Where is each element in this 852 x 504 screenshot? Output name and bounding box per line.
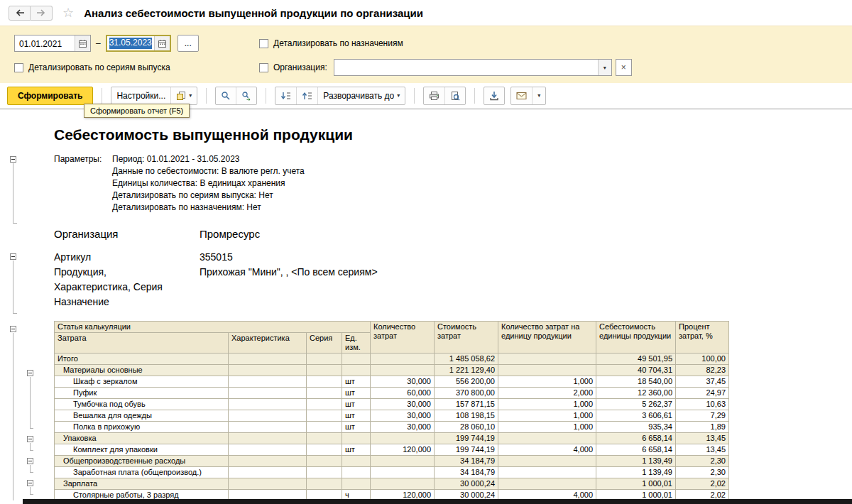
cell-unit-cost[interactable]: 1 000,01 bbox=[596, 478, 676, 490]
checkbox-detail-by-series[interactable]: Детализировать по сериям выпуска bbox=[14, 62, 170, 72]
cell-series[interactable] bbox=[307, 422, 342, 433]
cell-unit[interactable] bbox=[342, 456, 371, 467]
cell-unit-cost[interactable]: 6 658,14 bbox=[596, 433, 676, 444]
cell-expense[interactable]: Полка в прихожую bbox=[55, 422, 229, 433]
cell-expense[interactable]: Шкаф с зеркалом bbox=[55, 376, 229, 388]
checkbox-organization[interactable]: Организация: bbox=[259, 62, 327, 72]
cell-cost[interactable]: 28 060,10 bbox=[435, 422, 498, 433]
cell-qty[interactable]: 30,000 bbox=[371, 422, 435, 433]
cell-qty[interactable] bbox=[371, 456, 435, 467]
search-button[interactable] bbox=[216, 87, 236, 104]
cell-unit[interactable]: шт bbox=[342, 388, 371, 399]
collapse-group-overhead-icon[interactable] bbox=[27, 458, 33, 464]
cell-unit-cost[interactable]: 6 658,14 bbox=[596, 444, 676, 456]
cell-percent[interactable]: 1,89 bbox=[676, 422, 729, 433]
collapse-table-icon[interactable] bbox=[10, 326, 16, 332]
cell-series[interactable] bbox=[307, 456, 342, 467]
period-variants-button[interactable]: ... bbox=[178, 35, 199, 52]
cell-cost[interactable]: 556 200,00 bbox=[435, 376, 498, 388]
cell-series[interactable] bbox=[307, 399, 342, 410]
cell-unit[interactable]: шт bbox=[342, 444, 371, 456]
cell-percent[interactable]: 24,97 bbox=[676, 388, 729, 399]
save-report-button[interactable] bbox=[484, 87, 504, 104]
cell-percent[interactable]: 100,00 bbox=[676, 354, 729, 365]
generate-button[interactable]: Сформировать bbox=[7, 87, 93, 105]
cell-unit-cost[interactable]: 1 139,49 bbox=[596, 467, 676, 478]
cell-qty-per-unit[interactable]: 1,000 bbox=[498, 399, 596, 410]
checkbox-detail-by-purpose[interactable]: Детализировать по назначениям bbox=[259, 38, 403, 48]
collapse-params-icon[interactable] bbox=[10, 156, 16, 163]
cell-series[interactable] bbox=[307, 467, 342, 478]
checkbox-box-icon[interactable] bbox=[14, 63, 23, 72]
cell-expense[interactable]: Пуфик bbox=[55, 388, 229, 399]
organization-input[interactable] bbox=[334, 60, 598, 75]
period-from-field[interactable]: 01.01.2021 bbox=[14, 35, 91, 52]
cell-unit[interactable] bbox=[342, 467, 371, 478]
collapse-group-salary-icon[interactable] bbox=[27, 480, 33, 486]
period-to-field[interactable]: 31.05.2023 bbox=[106, 35, 171, 52]
cell-expense[interactable]: Общепроизводственные расходы bbox=[55, 456, 229, 467]
cell-percent[interactable]: 10,63 bbox=[676, 399, 729, 410]
cell-unit-cost[interactable]: 3 606,61 bbox=[596, 410, 676, 422]
cell-unit[interactable]: шт bbox=[342, 376, 371, 388]
cell-cost[interactable]: 199 744,19 bbox=[435, 444, 498, 456]
cell-expense[interactable]: Материалы основные bbox=[55, 365, 229, 376]
cell-qty[interactable] bbox=[371, 478, 435, 490]
cell-expense[interactable]: Комплект для упаковки bbox=[55, 444, 229, 456]
cell-characteristic[interactable] bbox=[229, 433, 307, 444]
cell-series[interactable] bbox=[307, 376, 342, 388]
organization-dropdown-button[interactable]: ▾ bbox=[598, 60, 611, 75]
send-mail-menu-button[interactable]: ▾ bbox=[532, 87, 545, 104]
cell-cost[interactable]: 370 800,00 bbox=[435, 388, 498, 399]
cell-qty[interactable] bbox=[371, 467, 435, 478]
collapse-article-icon[interactable] bbox=[10, 253, 16, 260]
cell-percent[interactable]: 13,45 bbox=[676, 433, 729, 444]
cell-cost[interactable]: 34 184,79 bbox=[435, 456, 498, 467]
cell-expense[interactable]: Зарплата bbox=[55, 478, 229, 490]
cell-percent[interactable]: 13,45 bbox=[676, 444, 729, 456]
cell-qty[interactable]: 60,000 bbox=[371, 388, 435, 399]
cell-characteristic[interactable] bbox=[229, 422, 307, 433]
collapse-group-packaging-icon[interactable] bbox=[27, 436, 33, 442]
cell-qty-per-unit[interactable] bbox=[498, 467, 596, 478]
period-from-value[interactable]: 01.01.2021 bbox=[15, 35, 75, 51]
cell-series[interactable] bbox=[307, 354, 342, 365]
cell-qty-per-unit[interactable] bbox=[498, 456, 596, 467]
cell-unit[interactable] bbox=[342, 433, 371, 444]
cell-unit-cost[interactable]: 18 540,00 bbox=[596, 376, 676, 388]
print-button[interactable] bbox=[424, 87, 444, 104]
cell-series[interactable] bbox=[307, 410, 342, 422]
cell-percent[interactable]: 2,30 bbox=[676, 456, 729, 467]
cell-series[interactable] bbox=[307, 444, 342, 456]
organization-combo[interactable]: ▾ bbox=[334, 59, 612, 76]
cell-unit-cost[interactable]: 935,34 bbox=[596, 422, 676, 433]
cell-qty[interactable]: 30,000 bbox=[371, 376, 435, 388]
cell-characteristic[interactable] bbox=[229, 399, 307, 410]
cell-qty[interactable]: 30,000 bbox=[371, 410, 435, 422]
cell-unit[interactable] bbox=[342, 365, 371, 376]
cell-qty-per-unit[interactable] bbox=[498, 354, 596, 365]
print-preview-button[interactable] bbox=[444, 87, 465, 104]
cell-characteristic[interactable] bbox=[229, 376, 307, 388]
expand-groups-button[interactable] bbox=[296, 87, 317, 104]
cell-unit-cost[interactable]: 49 501,95 bbox=[596, 354, 676, 365]
cell-unit-cost[interactable]: 1 139,49 bbox=[596, 456, 676, 467]
cell-characteristic[interactable] bbox=[229, 365, 307, 376]
cell-series[interactable] bbox=[307, 388, 342, 399]
cell-characteristic[interactable] bbox=[229, 388, 307, 399]
cell-unit[interactable]: шт bbox=[342, 410, 371, 422]
checkbox-box-icon[interactable] bbox=[259, 39, 268, 48]
cell-characteristic[interactable] bbox=[229, 354, 307, 365]
cell-unit[interactable] bbox=[342, 354, 371, 365]
cell-unit-cost[interactable]: 12 360,00 bbox=[596, 388, 676, 399]
favorite-star-icon[interactable]: ☆ bbox=[62, 6, 74, 19]
settings-button[interactable]: Настройки... bbox=[111, 87, 170, 104]
cell-expense[interactable]: Тумбочка под обувь bbox=[55, 399, 229, 410]
calendar-from-button[interactable] bbox=[75, 35, 90, 51]
cell-qty-per-unit[interactable] bbox=[498, 478, 596, 490]
cell-qty[interactable]: 120,000 bbox=[371, 444, 435, 456]
cell-percent[interactable]: 37,45 bbox=[676, 376, 729, 388]
cell-qty[interactable]: 30,000 bbox=[371, 399, 435, 410]
cell-qty[interactable] bbox=[371, 365, 435, 376]
cell-series[interactable] bbox=[307, 478, 342, 490]
